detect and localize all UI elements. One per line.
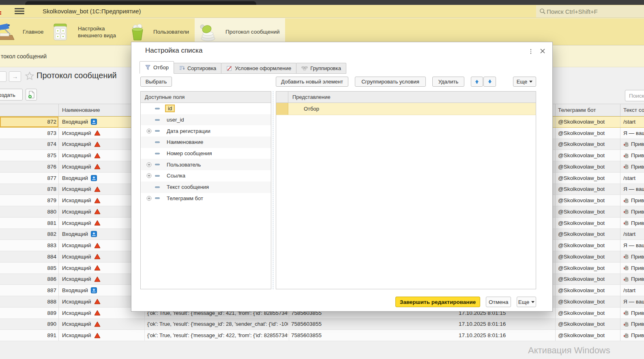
row-text: Прив [620,218,644,229]
global-search-input[interactable] [546,8,637,15]
field-tree-item[interactable]: Наименование [141,137,271,148]
header-number [0,104,58,116]
outgoing-icon [94,220,101,226]
field-tree-item[interactable]: Пользователь [141,159,271,170]
new-document-icon-button[interactable] [26,89,37,100]
field-icon [155,119,160,121]
panel-splitter[interactable] [273,91,273,289]
hand-icon [623,164,629,169]
expand-icon[interactable] [146,162,152,167]
outgoing-icon [94,276,101,282]
row-bot: @Skolkovolaw_bot [555,229,620,240]
list-search-input[interactable] [628,92,644,99]
finish-editing-button[interactable]: Завершить редактирование [395,297,480,307]
search-icon [539,8,546,15]
sidebar-item-protocol[interactable]: Протокол сообщений [199,18,280,45]
sidebar-item-appearance[interactable]: Настройка внешнего вида [52,18,116,45]
dialog-more-button[interactable] [528,47,534,56]
row-text: /start [620,173,644,184]
field-tree-item[interactable]: Ссылка [141,170,271,182]
table-row[interactable]: 891 Исходящий {'ok': True, 'result': {'m… [0,330,644,341]
row-text: Прив [620,206,644,217]
field-tree-item[interactable]: Текст сообщения [141,182,271,193]
tab-home-label: Главное [23,28,44,35]
cabinet-icon [52,23,69,41]
grouping-icon [301,65,308,71]
header-text[interactable]: Текст со [620,104,644,116]
list-settings-dialog: Настройка списка Отбор Сортировка [131,42,553,312]
field-icon [155,197,160,199]
outgoing-icon [94,333,101,338]
incoming-icon [91,287,97,293]
row-bot: @Skolkovolaw_bot [555,251,620,262]
outgoing-icon [94,186,101,192]
field-tree-item[interactable]: Дата регистрации [141,125,271,137]
tab-users-label: Пользователи [153,28,189,35]
window-tab-protocol[interactable]: токол сообщений [1,53,47,60]
row-message: {'ok': True, 'result': {'message_id': 42… [144,330,288,341]
delete-button[interactable]: Удалить [432,77,464,87]
hand-icon [623,310,629,316]
view-row-filter[interactable]: Отбор [276,103,536,115]
row-number: 879 [0,195,58,206]
cancel-button[interactable]: Отмена [486,297,511,307]
incoming-icon [91,119,97,125]
row-bot: @Skolkovolaw_bot [555,139,620,150]
outgoing-icon [94,310,101,316]
field-tree-item[interactable]: Телеграмм бот [141,193,271,204]
nav-back-button[interactable] [0,71,6,82]
header-bot[interactable]: Телеграмм бот [555,104,620,116]
row-number: 878 [0,184,58,195]
row-bot: @Skolkovolaw_bot [555,274,620,285]
outgoing-icon [94,164,101,169]
row-number: 889 [0,308,58,318]
nav-forward-button[interactable]: → [9,71,21,82]
dialog-tabs: Отбор Сортировка Условное оформление Гру… [140,62,346,74]
expand-icon[interactable] [146,173,152,178]
table-row[interactable]: 890 Исходящий {'ok': True, 'result': {'m… [0,319,644,330]
row-number: 886 [0,274,58,285]
field-tree-item[interactable]: Номер сообщения [141,148,271,159]
field-label: Пользователь [165,161,202,169]
taskbar-strip [0,0,644,5]
row-bot: @Skolkovolaw_bot [555,308,620,318]
field-tree-item[interactable]: id [141,103,271,114]
expand-icon[interactable] [146,128,152,134]
field-tree-item[interactable]: user_id [141,114,271,126]
list-search-box[interactable] [625,90,644,101]
tab-grouping[interactable]: Группировка [296,63,346,74]
select-button[interactable]: Выбрать [140,77,172,87]
hand-icon [623,254,629,259]
move-up-button[interactable] [471,77,483,87]
field-label: id [165,105,175,112]
row-text: Прив [620,308,644,318]
row-text: Я — ваш [620,240,644,251]
create-button[interactable]: оздать [0,89,23,100]
favorite-star-icon[interactable] [24,71,35,81]
tab-filter[interactable]: Отбор [140,61,174,74]
row-bot: @Skolkovolaw_bot [555,195,620,206]
global-search-box[interactable] [536,5,644,17]
windows-activation-watermark: Активация Windows [528,345,610,356]
close-icon[interactable] [539,47,546,55]
more-button-bottom[interactable]: Еще [517,297,536,307]
row-text: Прив [620,161,644,172]
sidebar-item-home[interactable]: Главное [0,18,44,45]
row-text: /start [620,229,644,240]
dialog-title: Настройка списка [145,47,202,55]
hand-icon [623,153,629,158]
arrow-down-icon [487,79,492,84]
more-button-top[interactable]: Еще [513,77,536,87]
row-bot: @Skolkovolaw_bot [555,184,620,195]
row-text: Прив [620,263,644,274]
main-menu-button[interactable] [15,8,25,15]
add-element-button[interactable]: Добавить новый элемент [276,77,348,87]
move-down-button[interactable] [483,77,496,87]
sidebar-item-users[interactable]: Пользователи [129,18,189,45]
tab-conditional-format[interactable]: Условное оформление [221,63,296,74]
tab-sorting[interactable]: Сортировка [174,63,221,74]
expand-icon[interactable] [146,196,152,201]
filter-icon [145,64,151,71]
group-conditions-button[interactable]: Сгруппировать условия [355,77,426,87]
outgoing-icon [94,141,101,147]
